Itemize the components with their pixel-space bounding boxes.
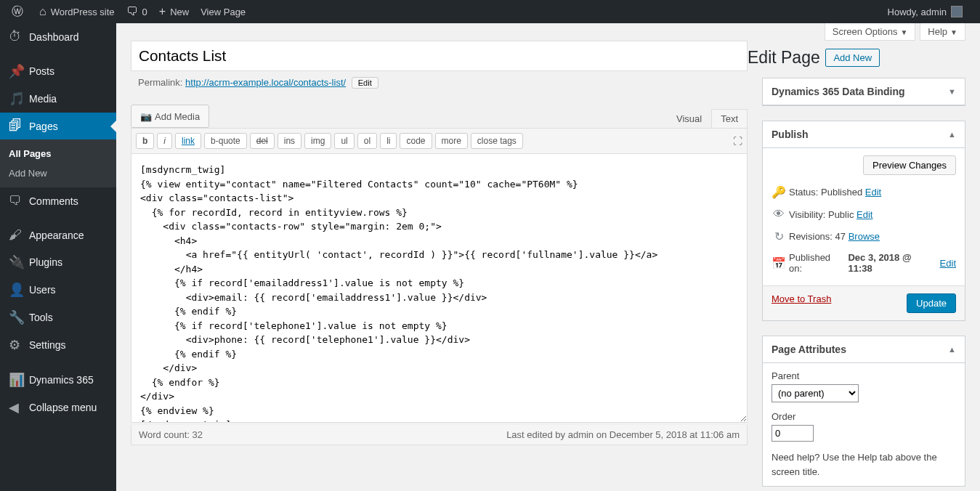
publish-title: Publish [772,129,948,140]
comments-count[interactable]: 🗨0 [121,0,153,23]
menu-appearance-label: Appearance [29,230,84,241]
new-label: New [170,7,189,17]
home-icon: ⌂ [39,5,46,18]
wp-logo[interactable]: ⓦ [6,0,33,23]
menu-plugins-label: Plugins [29,256,62,268]
site-name[interactable]: ⌂WordPress site [33,0,121,23]
media-icon: 🎵 [9,91,23,107]
menu-collapse-label: Collapse menu [29,402,97,413]
submenu-add-new[interactable]: Add New [0,163,116,183]
menu-collapse[interactable]: ◀Collapse menu [0,394,116,421]
caret-up-icon[interactable]: ▲ [948,345,956,354]
wordpress-icon: ⓦ [12,4,23,20]
site-name-label: WordPress site [51,7,115,17]
quicktag-bold[interactable]: b [136,133,154,149]
help-tab[interactable]: Help▼ [920,23,965,41]
page-attr-help-text: Need help? Use the Help tab above the sc… [772,450,956,479]
menu-dashboard[interactable]: ⏱Dashboard [0,23,116,50]
visual-tab[interactable]: Visual [667,109,711,128]
quicktag-ol[interactable]: ol [357,133,377,149]
last-edited: Last edited by admin on December 5, 2018… [506,429,740,440]
caret-down-icon: ▼ [950,28,957,36]
add-media-label: Add Media [155,111,200,122]
quicktag-ins[interactable]: ins [278,133,301,149]
menu-tools[interactable]: 🔧Tools [0,304,116,331]
screen-options-label: Screen Options [833,26,898,37]
quicktag-closetags[interactable]: close tags [471,133,523,149]
revisions-icon: ↻ [772,230,786,243]
status-label: Status: [789,187,818,198]
order-label: Order [772,411,956,422]
quicktag-link[interactable]: link [175,133,201,149]
post-title-input[interactable] [131,41,748,71]
status-edit-link[interactable]: Edit [865,187,881,198]
preview-changes-button[interactable]: Preview Changes [863,155,956,175]
update-button[interactable]: Update [907,293,956,313]
menu-posts-label: Posts [29,65,54,77]
screen-options-tab[interactable]: Screen Options▼ [825,23,916,41]
menu-tools-label: Tools [29,312,53,323]
quicktag-ul[interactable]: ul [334,133,354,149]
revisions-label: Revisions: [789,231,833,242]
view-page-link[interactable]: View Page [195,0,251,23]
published-edit-link[interactable]: Edit [940,258,956,269]
text-tab[interactable]: Text [711,109,748,128]
view-page-label: View Page [201,7,246,17]
caret-down-icon: ▼ [900,28,907,36]
visibility-edit-link[interactable]: Edit [857,209,872,220]
new-content[interactable]: +New [153,0,195,23]
menu-users[interactable]: 👤Users [0,276,116,304]
menu-pages[interactable]: 🗐Pages [0,113,116,139]
parent-select[interactable]: (no parent) [772,384,859,402]
caret-down-icon[interactable]: ▼ [948,87,956,96]
permalink-edit-button[interactable]: Edit [352,77,378,89]
fullscreen-icon[interactable]: ⛶ [733,136,742,147]
menu-pages-label: Pages [29,121,58,132]
my-account[interactable]: Howdy, admin [882,0,968,23]
calendar-icon: 📅 [772,256,786,270]
content-textarea[interactable] [131,154,748,423]
collapse-icon: ◀ [9,399,23,415]
page-attributes-header[interactable]: Page Attributes ▲ [763,336,965,363]
order-input[interactable] [772,425,814,442]
menu-plugins[interactable]: 🔌Plugins [0,248,116,276]
word-count: Word count: 32 [139,429,203,440]
submenu-all-pages[interactable]: All Pages [0,144,116,163]
published-label: Published on: [789,252,846,274]
databinding-box-header[interactable]: Dynamics 365 Data Binding ▼ [763,78,965,105]
comments-count-value: 0 [142,7,147,17]
menu-dashboard-label: Dashboard [29,31,79,43]
quicktag-blockquote[interactable]: b-quote [204,133,247,149]
visibility-label: Visibility: [789,209,825,220]
quicktag-li[interactable]: li [380,133,397,149]
menu-dynamics[interactable]: 📊Dynamics 365 [0,366,116,394]
menu-dynamics-label: Dynamics 365 [29,374,94,386]
menu-media[interactable]: 🎵Media [0,85,116,113]
visibility-value: Public [828,209,854,220]
quicktag-more[interactable]: more [435,133,468,149]
menu-settings[interactable]: ⚙Settings [0,331,116,359]
add-new-button[interactable]: Add New [825,49,880,67]
permalink-label: Permalink: [138,77,182,88]
menu-media-label: Media [29,93,57,105]
eye-icon: 👁 [772,208,786,221]
wrench-icon: 🔧 [9,309,23,325]
quicktag-italic[interactable]: i [157,133,172,149]
parent-label: Parent [772,370,956,381]
menu-comments[interactable]: 🗨Comments [0,187,116,214]
add-media-button[interactable]: 📷Add Media [131,105,209,128]
status-value: Published [821,187,862,198]
quicktag-code[interactable]: code [400,133,432,149]
revisions-browse-link[interactable]: Browse [849,231,880,242]
help-label: Help [928,26,947,37]
menu-users-label: Users [29,284,56,296]
quicktag-del[interactable]: del [250,133,275,149]
brush-icon: 🖌 [9,227,23,243]
publish-box-header[interactable]: Publish ▲ [763,121,965,148]
menu-posts[interactable]: 📌Posts [0,57,116,85]
menu-appearance[interactable]: 🖌Appearance [0,222,116,248]
move-to-trash-link[interactable]: Move to Trash [772,293,831,313]
quicktag-img[interactable]: img [304,133,331,149]
caret-up-icon[interactable]: ▲ [948,130,956,139]
permalink-url[interactable]: http://acrm-example.local/contacts-list/ [185,77,346,88]
